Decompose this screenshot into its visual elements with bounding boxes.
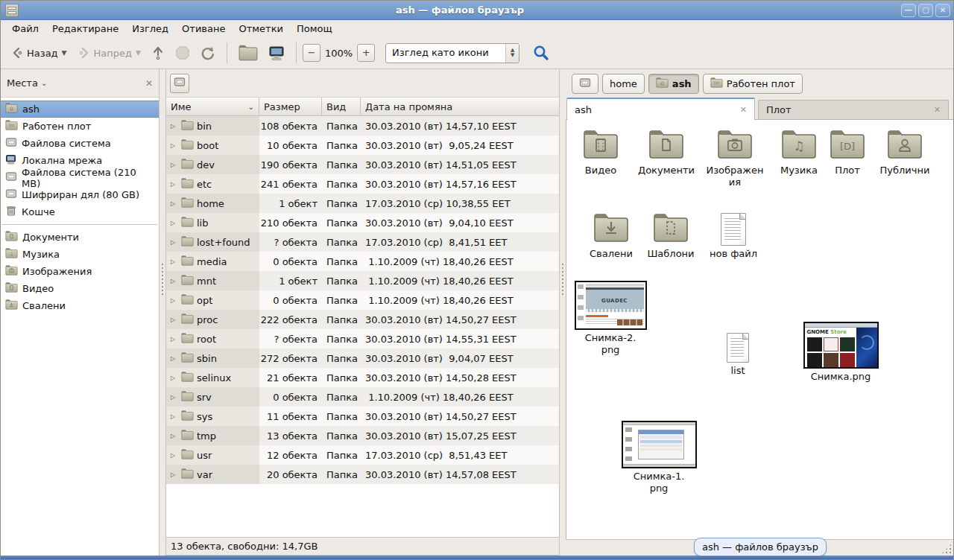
menu-1[interactable]: Редактиране	[45, 22, 125, 36]
icon-view-canvas[interactable]: Видео Документи Изображения ♫Музика [D]П…	[566, 120, 953, 539]
icon-view-item-Снимка.png[interactable]: GNOME Store Снимка.png	[800, 322, 881, 383]
expander-icon[interactable]: ▷	[171, 200, 178, 207]
up-button[interactable]	[146, 41, 170, 65]
places-title[interactable]: Места	[7, 77, 38, 89]
menu-0[interactable]: Файл	[5, 22, 45, 36]
sidebar-item-Документи[interactable]: Документи	[1, 229, 159, 246]
menu-2[interactable]: Изглед	[125, 22, 175, 36]
expander-icon[interactable]: ▷	[171, 336, 178, 343]
tab-ash[interactable]: ash✕	[566, 98, 755, 120]
expander-icon[interactable]: ▷	[171, 413, 178, 420]
search-button[interactable]	[527, 39, 555, 66]
table-row-var[interactable]: ▷ var20 обектаПапка30.03.2010 (вт) 14,57…	[166, 465, 559, 484]
table-row-srv[interactable]: ▷ srv0 обектаПапка 1.10.2009 (чт) 18,40,…	[166, 387, 559, 407]
expander-icon[interactable]: ▷	[171, 258, 178, 265]
view-mode-spinner-icon[interactable]: ▲▼	[505, 44, 519, 63]
menu-3[interactable]: Отиване	[175, 22, 232, 36]
expander-icon[interactable]: ▷	[171, 278, 178, 284]
column-header-3[interactable]: Дата на промяна	[361, 98, 559, 115]
sidebar-item-Видео[interactable]: Видео	[1, 280, 159, 297]
expander-icon[interactable]: ▷	[171, 297, 178, 304]
places-dropdown-icon[interactable]: ⌄	[41, 79, 47, 87]
sidebar-item-Работен плот[interactable]: [D]Работен плот	[1, 118, 159, 135]
icon-view-item-Свалени[interactable]: Свалени	[580, 213, 642, 260]
expander-icon[interactable]: ▷	[171, 375, 178, 381]
breadcrumb-Работен плот[interactable]: [D]Работен плот	[703, 74, 803, 94]
minimize-button[interactable]: —	[901, 4, 916, 17]
expander-icon[interactable]: ▷	[171, 123, 178, 130]
table-row-sbin[interactable]: ▷ sbin272 обектаПапка30.03.2010 (вт) 9,0…	[166, 349, 559, 368]
breadcrumb-root[interactable]	[572, 74, 598, 94]
expander-icon[interactable]: ▷	[171, 355, 178, 362]
table-row-proc[interactable]: ▷ proc222 обектаПапка30.03.2010 (вт) 14,…	[166, 310, 559, 329]
column-header-0[interactable]: Име⌄	[166, 98, 259, 115]
sidebar-item-Файлова система (210 MB)[interactable]: Файлова система (210 MB)	[1, 169, 159, 186]
table-row-usr[interactable]: ▷ usr12 обектаПапка17.03.2010 (ср) 8,51,…	[166, 445, 559, 465]
icon-view-item-Изображения[interactable]: Изображения	[704, 130, 766, 188]
table-row-bin[interactable]: ▷ bin108 обектаПапка30.03.2010 (вт) 14,5…	[166, 116, 559, 136]
close-button[interactable]: ✕	[935, 4, 950, 17]
expander-icon[interactable]: ▷	[171, 220, 178, 226]
table-row-mnt[interactable]: ▷ mnt1 обектПапка 1.10.2009 (чт) 18,40,2…	[166, 271, 559, 290]
expander-icon[interactable]: ▷	[171, 452, 178, 459]
column-header-1[interactable]: Размер	[259, 98, 322, 115]
home-button[interactable]	[233, 40, 263, 66]
sidebar-item-Изображения[interactable]: Изображения	[1, 263, 159, 280]
icon-view-item-list[interactable]: list	[716, 333, 760, 377]
icon-view-item-Видео[interactable]: Видео	[569, 130, 632, 176]
icon-view-item-Музика[interactable]: ♫Музика	[769, 130, 829, 176]
expander-icon[interactable]: ▷	[171, 394, 178, 401]
sidebar-item-Файлова система[interactable]: Файлова система	[1, 135, 159, 152]
menu-5[interactable]: Помощ	[290, 22, 339, 36]
pane-splitter-right[interactable]	[560, 69, 566, 556]
breadcrumb-ash[interactable]: ash	[648, 74, 699, 94]
icon-view-item-Документи[interactable]: Документи	[632, 130, 701, 176]
table-row-tmp[interactable]: ▷ tmp13 обектаПапка30.03.2010 (вт) 15,07…	[166, 426, 559, 445]
expander-icon[interactable]: ▷	[171, 239, 178, 246]
back-button[interactable]: Назад ▼	[5, 42, 72, 64]
places-close-icon[interactable]: ✕	[145, 78, 153, 89]
icon-view-item-Шаблони[interactable]: Шаблони	[639, 213, 702, 260]
table-row-etc[interactable]: ▷ etc241 обектаПапка30.03.2010 (вт) 14,5…	[166, 174, 559, 194]
table-row-home[interactable]: ▷ home1 обектПапка17.03.2010 (ср) 10,38,…	[166, 194, 559, 213]
table-row-opt[interactable]: ▷ opt0 обектаПапка 1.10.2009 (чт) 18,40,…	[166, 290, 559, 310]
expander-icon[interactable]: ▷	[171, 316, 178, 323]
table-row-lost+found[interactable]: ▷ lost+found? обектаПапка17.03.2010 (ср)…	[166, 232, 559, 252]
computer-button[interactable]	[263, 40, 290, 66]
table-row-sys[interactable]: ▷ sys11 обектаПапка30.03.2010 (вт) 14,50…	[166, 407, 559, 426]
tab-close-icon[interactable]: ✕	[740, 105, 747, 115]
table-row-root[interactable]: ▷ root? обектаПапка30.03.2010 (вт) 14,55…	[166, 329, 559, 349]
zoom-out-button[interactable]: −	[303, 44, 320, 62]
expander-icon[interactable]: ▷	[171, 471, 178, 478]
sidebar-item-Свалени[interactable]: Свалени	[1, 297, 159, 314]
expander-icon[interactable]: ▷	[171, 181, 178, 188]
icon-view-item-Снимка-1.png[interactable]: Снимка-1.png	[619, 421, 699, 494]
expander-icon[interactable]: ▷	[171, 162, 178, 168]
menu-4[interactable]: Отметки	[232, 22, 289, 36]
table-row-media[interactable]: ▷ media0 обектаПапка 1.10.2009 (чт) 18,4…	[166, 252, 559, 271]
table-row-lib[interactable]: ▷ lib210 обектаПапка30.03.2010 (вт) 9,04…	[166, 213, 559, 232]
zoom-in-button[interactable]: +	[357, 44, 375, 62]
view-mode-select[interactable]: Изглед като икони ▲▼	[385, 43, 519, 63]
icon-view-item-Публични[interactable]: Публични	[869, 130, 941, 176]
expander-icon[interactable]: ▷	[171, 142, 178, 149]
icon-view-item-Плот[interactable]: [D]Плот	[823, 130, 872, 176]
pane-splitter-left[interactable]	[159, 69, 165, 556]
tab-close-icon[interactable]: ✕	[934, 105, 941, 115]
icon-view-item-Снимка-2.png[interactable]: GUADEC Снимка-2.png	[572, 281, 648, 356]
tab-Плот[interactable]: Плот✕	[758, 100, 949, 119]
column-header-2[interactable]: Вид	[322, 98, 361, 115]
root-location-button[interactable]	[170, 74, 189, 93]
stop-button[interactable]	[170, 41, 195, 65]
resize-grip[interactable]	[941, 544, 952, 554]
back-dropdown-icon[interactable]: ▼	[62, 49, 67, 57]
icon-view-item-нов-файл[interactable]: нов файл	[702, 213, 765, 260]
expander-icon[interactable]: ▷	[171, 433, 178, 439]
table-row-selinux[interactable]: ▷ selinux21 обектаПапка30.03.2010 (вт) 1…	[166, 368, 559, 387]
sidebar-item-Музика[interactable]: ♫Музика	[1, 246, 159, 263]
reload-button[interactable]	[195, 41, 221, 65]
sidebar-item-Шифриран дял (80 GB)[interactable]: Шифриран дял (80 GB)	[1, 186, 159, 203]
sidebar-item-ash[interactable]: ash	[1, 101, 159, 118]
title-bar[interactable]: ash — файлов браузър — ▢ ✕	[1, 1, 953, 20]
table-row-boot[interactable]: ▷ boot10 обектаПапка30.03.2010 (вт) 9,05…	[166, 136, 559, 155]
